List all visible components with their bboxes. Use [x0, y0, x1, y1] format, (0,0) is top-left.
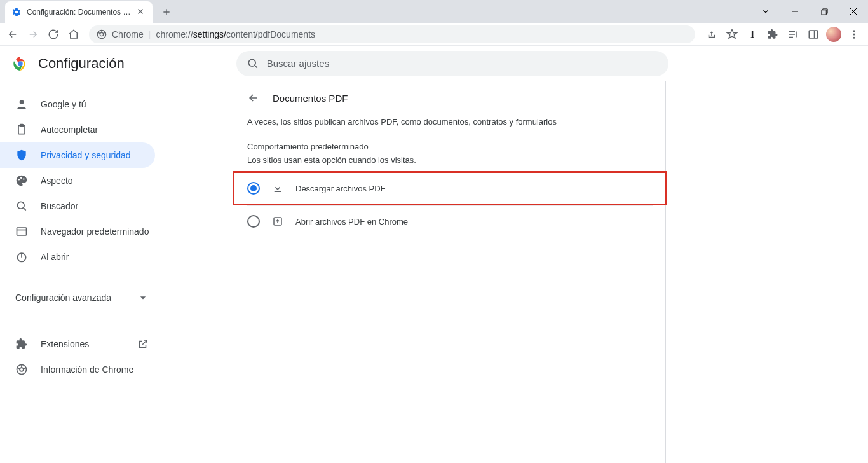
new-tab-button[interactable] [158, 3, 175, 21]
shield-icon [15, 149, 28, 162]
extension-1-icon[interactable]: I [742, 25, 763, 43]
reload-button[interactable] [44, 25, 62, 43]
person-icon [15, 98, 28, 111]
external-link-icon [137, 338, 149, 350]
settings-search[interactable] [236, 51, 668, 76]
settings-sidebar: Google y tú Autocompletar Privacidad y s… [0, 81, 164, 463]
sidebar-item-label: Aspecto [41, 176, 73, 186]
url-text: chrome://settings/content/pdfDocuments [156, 29, 315, 39]
page-back-button[interactable] [247, 92, 260, 104]
chrome-icon [15, 363, 28, 376]
chrome-menu-button[interactable] [844, 25, 864, 43]
svg-rect-3 [809, 31, 818, 38]
open-in-icon [271, 215, 284, 228]
sidebar-item-search[interactable]: Buscador [0, 193, 155, 219]
browser-toolbar: Chrome | chrome://settings/content/pdfDo… [0, 23, 868, 46]
close-window-button[interactable] [839, 0, 868, 23]
search-icon [15, 200, 28, 212]
sidebar-item-label: Al abrir [41, 252, 69, 262]
chevron-down-icon [137, 291, 149, 304]
profile-avatar[interactable] [824, 25, 844, 43]
clipboard-icon [15, 123, 28, 136]
svg-rect-13 [20, 125, 24, 127]
gear-icon [11, 7, 22, 17]
page-title: Documentos PDF [273, 93, 348, 104]
sidebar-item-label: Navegador predeterminado [41, 226, 149, 237]
svg-point-2 [100, 32, 103, 36]
browser-tabstrip: Configuración: Documentos PDF [0, 0, 868, 23]
settings-search-input[interactable] [267, 58, 658, 69]
sidebar-advanced-toggle[interactable]: Configuración avanzada [0, 285, 164, 310]
extensions-button[interactable] [763, 25, 783, 43]
browser-tab[interactable]: Configuración: Documentos PDF [5, 1, 153, 23]
address-bar[interactable]: Chrome | chrome://settings/content/pdfDo… [89, 25, 695, 43]
sidebar-item-about[interactable]: Información de Chrome [0, 357, 155, 382]
svg-rect-0 [821, 10, 825, 14]
settings-header: Configuración [0, 46, 868, 81]
svg-point-8 [18, 62, 22, 66]
svg-point-14 [18, 179, 20, 181]
reading-list-button[interactable] [783, 25, 803, 43]
advanced-label: Configuración avanzada [15, 293, 111, 303]
sidebar-item-label: Extensiones [41, 339, 89, 349]
sidebar-item-label: Privacidad y seguridad [41, 150, 131, 160]
svg-point-4 [853, 30, 855, 32]
url-prefix: Chrome [112, 29, 144, 39]
sidebar-item-default-browser[interactable]: Navegador predeterminado [0, 219, 155, 244]
pdf-settings-card: Documentos PDF A veces, los sitios publi… [234, 81, 666, 463]
svg-point-21 [20, 368, 24, 371]
svg-point-11 [20, 100, 24, 104]
puzzle-icon [15, 338, 28, 350]
svg-point-16 [23, 178, 25, 180]
bookmark-button[interactable] [722, 25, 742, 43]
power-icon [15, 251, 28, 263]
tab-search-button[interactable] [751, 0, 780, 23]
palette-icon [15, 174, 28, 187]
sidebar-item-label: Google y tú [41, 99, 86, 109]
settings-main: Documentos PDF A veces, los sitios publi… [164, 81, 868, 463]
window-controls [751, 0, 868, 23]
svg-rect-18 [17, 228, 27, 235]
search-icon [247, 57, 259, 70]
forward-button[interactable] [24, 25, 42, 43]
tab-title: Configuración: Documentos PDF [27, 8, 131, 17]
browser-icon [15, 225, 28, 238]
settings-app: Configuración Google y tú Autocompletar … [0, 46, 868, 463]
svg-point-6 [853, 36, 855, 38]
minimize-button[interactable] [780, 0, 810, 23]
chrome-logo-icon [13, 56, 28, 71]
sidebar-divider [0, 321, 164, 321]
sidebar-item-privacy[interactable]: Privacidad y seguridad [0, 142, 155, 168]
section-title: Comportamiento predeterminado [234, 142, 665, 155]
page-description: A veces, los sitios publican archivos PD… [234, 114, 665, 142]
option-label: Descargar archivos PDF [295, 184, 386, 193]
sidebar-item-extensions[interactable]: Extensiones [0, 331, 155, 357]
sidebar-item-label: Buscador [41, 201, 78, 211]
option-label: Abrir archivos PDF en Chrome [295, 217, 408, 226]
share-button[interactable] [702, 25, 722, 43]
option-download-pdf[interactable]: Descargar archivos PDF [233, 171, 667, 205]
sidebar-item-autofill[interactable]: Autocompletar [0, 117, 155, 142]
back-button[interactable] [4, 25, 22, 43]
maximize-button[interactable] [810, 0, 839, 23]
close-icon[interactable] [136, 7, 146, 17]
svg-point-10 [248, 59, 255, 66]
sidebar-item-google[interactable]: Google y tú [0, 92, 155, 117]
side-panel-button[interactable] [803, 25, 824, 43]
chrome-indicator-icon [97, 29, 107, 39]
radio-selected[interactable] [247, 182, 260, 195]
sidebar-item-appearance[interactable]: Aspecto [0, 168, 155, 193]
download-icon [271, 182, 284, 195]
settings-title: Configuración [38, 55, 125, 72]
radio-unselected[interactable] [247, 215, 260, 228]
svg-point-17 [17, 202, 24, 209]
svg-point-5 [853, 33, 855, 35]
sidebar-item-label: Información de Chrome [41, 364, 133, 375]
sidebar-item-onstartup[interactable]: Al abrir [0, 244, 155, 270]
sidebar-item-label: Autocompletar [41, 125, 98, 135]
section-subtitle: Los sitios usan esta opción cuando los v… [234, 155, 665, 171]
home-button[interactable] [65, 25, 83, 43]
svg-point-15 [20, 177, 22, 179]
option-open-in-chrome[interactable]: Abrir archivos PDF en Chrome [234, 206, 665, 237]
